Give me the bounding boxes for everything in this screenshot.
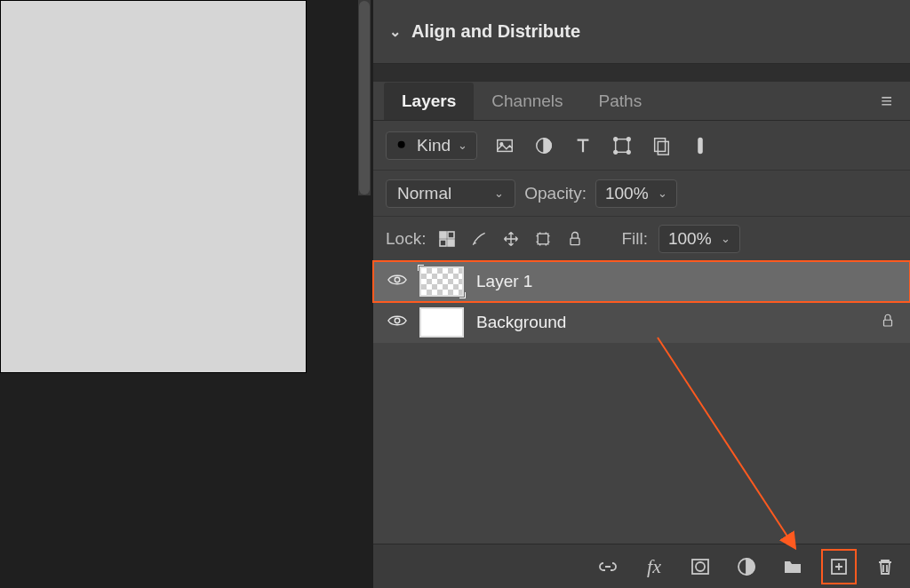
opacity-dropdown[interactable]: 100% ⌄	[595, 179, 677, 208]
panel-menu-icon[interactable]: ≡	[881, 90, 899, 113]
layer-filter-row: Kind ⌄	[373, 121, 910, 171]
chevron-down-icon: ⌄	[658, 187, 667, 200]
layer-thumbnail[interactable]	[419, 307, 464, 338]
svg-point-6	[614, 137, 618, 140]
layer-bottom-toolbar: fx	[373, 544, 910, 588]
scrollbar-thumb[interactable]	[359, 1, 370, 195]
layer-name[interactable]: Background	[476, 313, 566, 332]
layer-row-layer1[interactable]: Layer 1	[373, 261, 910, 302]
svg-point-23	[696, 562, 705, 571]
tab-channels[interactable]: Channels	[474, 83, 580, 120]
svg-rect-12	[698, 137, 703, 153]
opacity-value: 100%	[605, 184, 649, 203]
svg-rect-13	[440, 232, 446, 238]
svg-point-20	[395, 318, 400, 323]
fill-dropdown[interactable]: 100% ⌄	[659, 225, 740, 253]
document-canvas[interactable]	[0, 0, 307, 373]
chevron-down-icon: ⌄	[389, 23, 401, 40]
svg-point-19	[395, 277, 400, 282]
filter-kind-dropdown[interactable]: Kind ⌄	[386, 131, 477, 160]
lock-label: Lock:	[386, 229, 426, 249]
link-layers-icon[interactable]	[595, 554, 620, 579]
chevron-down-icon: ⌄	[721, 232, 730, 245]
svg-rect-16	[448, 240, 454, 246]
canvas-area	[0, 0, 373, 588]
filter-pixel-icon[interactable]	[493, 134, 516, 157]
lock-position-icon[interactable]	[500, 228, 522, 250]
layer-style-fx-icon[interactable]: fx	[642, 554, 667, 579]
lock-row: Lock: Fill: 100% ⌄	[373, 217, 910, 261]
lock-artboard-icon[interactable]	[532, 228, 554, 250]
lock-icon[interactable]	[880, 313, 896, 333]
chevron-down-icon: ⌄	[458, 139, 467, 152]
delete-trash-icon[interactable]	[873, 554, 898, 579]
svg-point-8	[614, 150, 618, 154]
lock-transparency-icon[interactable]	[436, 228, 458, 250]
svg-point-9	[627, 150, 631, 154]
fill-value: 100%	[668, 229, 712, 249]
filter-smartobject-icon[interactable]	[650, 134, 673, 157]
add-mask-icon[interactable]	[688, 554, 713, 579]
blend-opacity-row: Normal ⌄ Opacity: 100% ⌄	[373, 171, 910, 217]
fill-label: Fill:	[621, 229, 648, 249]
layer-name[interactable]: Layer 1	[476, 272, 532, 291]
lock-all-icon[interactable]	[564, 228, 586, 250]
svg-rect-10	[655, 138, 666, 151]
svg-point-7	[627, 137, 631, 140]
svg-rect-21	[884, 320, 892, 326]
tab-paths[interactable]: Paths	[581, 83, 660, 120]
svg-rect-14	[448, 232, 454, 238]
filter-toggle-icon[interactable]	[689, 134, 712, 157]
panel-divider	[373, 64, 910, 82]
search-icon	[395, 139, 410, 153]
svg-rect-17	[539, 234, 549, 244]
visibility-eye-icon[interactable]	[387, 272, 407, 291]
adjustment-layer-icon[interactable]	[734, 554, 759, 579]
svg-line-1	[404, 147, 408, 151]
layer-row-background[interactable]: Background	[373, 302, 910, 343]
opacity-label: Opacity:	[524, 184, 587, 203]
blend-mode-dropdown[interactable]: Normal ⌄	[386, 179, 515, 208]
svg-point-0	[398, 140, 405, 147]
filter-adjustment-icon[interactable]	[532, 134, 555, 157]
visibility-eye-icon[interactable]	[387, 313, 407, 332]
layer-thumbnail[interactable]	[419, 266, 464, 297]
blend-mode-value: Normal	[397, 184, 451, 203]
filter-kind-label: Kind	[417, 136, 451, 155]
svg-rect-11	[658, 141, 668, 155]
filter-shape-icon[interactable]	[611, 134, 634, 157]
group-folder-icon[interactable]	[780, 554, 805, 579]
tab-layers[interactable]: Layers	[384, 83, 474, 120]
panel-header-align[interactable]: ⌄ Align and Distribute	[373, 0, 910, 64]
layer-list: Layer 1 Background	[373, 261, 910, 544]
panel-tabs: Layers Channels Paths ≡	[373, 82, 910, 121]
svg-rect-15	[440, 240, 446, 246]
svg-rect-5	[616, 139, 629, 152]
lock-brush-icon[interactable]	[468, 228, 490, 250]
chevron-down-icon: ⌄	[494, 187, 504, 200]
panel-title-align: Align and Distribute	[411, 21, 580, 42]
svg-rect-18	[571, 238, 579, 245]
scrollbar-track[interactable]	[358, 0, 371, 195]
new-layer-icon[interactable]	[826, 554, 851, 579]
filter-type-icon[interactable]	[571, 134, 595, 157]
right-panel-group: ⌄ Align and Distribute Layers Channels P…	[373, 0, 910, 588]
